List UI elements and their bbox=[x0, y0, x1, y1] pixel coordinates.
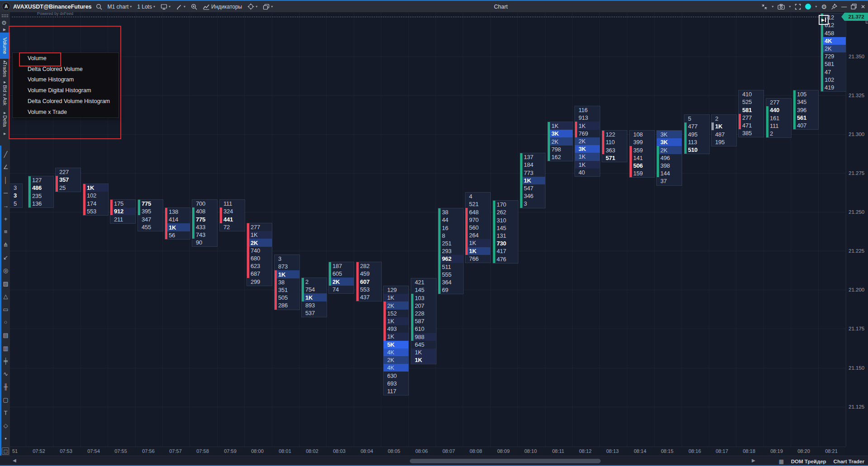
cluster-cell: 4K bbox=[384, 348, 408, 356]
cluster-cell: 729 bbox=[821, 52, 846, 60]
parallel-lines-icon[interactable]: ≡ bbox=[1, 226, 10, 237]
cluster-cell: 346 bbox=[520, 192, 545, 200]
menu-item-volume[interactable]: Volume bbox=[13, 53, 119, 64]
angle-icon[interactable]: ∠ bbox=[1, 162, 10, 173]
chevron-down-icon[interactable]: ▾ bbox=[789, 5, 791, 9]
volume-cluster: 1371847731K5473463 bbox=[520, 153, 545, 208]
scroll-right-arrow[interactable]: ▶ bbox=[752, 458, 755, 463]
axis-settings-box-icon[interactable] bbox=[2, 447, 9, 455]
cluster-cell: 282 bbox=[356, 262, 381, 270]
composite-profile-icon[interactable]: ╪ bbox=[1, 356, 10, 367]
display-settings-dropdown[interactable]: ▾ bbox=[159, 4, 172, 10]
gridline-vertical bbox=[354, 12, 354, 447]
panel-expand-arrow-icon[interactable]: ▶ bbox=[3, 28, 6, 32]
panel-settings-gear-icon[interactable]: ⚙ bbox=[1, 19, 7, 26]
pitchfork-icon[interactable]: ⋔ bbox=[1, 239, 10, 250]
menu-item-volume-histogram[interactable]: Volume Histogram bbox=[13, 75, 119, 85]
drawing-tools-dropdown[interactable]: ▾ bbox=[175, 4, 187, 10]
volume-cluster: 105345396561407 bbox=[793, 90, 818, 129]
triangle-icon[interactable]: △ bbox=[1, 291, 10, 302]
screenshot-button[interactable] bbox=[778, 4, 785, 10]
cluster-cell: 347 bbox=[138, 215, 163, 223]
cluster-cell: 680 bbox=[247, 254, 272, 262]
cluster-cell: 988 bbox=[411, 333, 436, 341]
cluster-cell: 111 bbox=[220, 200, 245, 207]
hatch-icon[interactable]: ▨ bbox=[1, 278, 10, 289]
fullscreen-button[interactable] bbox=[795, 4, 801, 10]
search-button[interactable] bbox=[95, 4, 104, 10]
scrollbar-thumb[interactable] bbox=[410, 459, 601, 463]
text-tool-icon[interactable]: T bbox=[1, 407, 10, 418]
volume-cluster: 2774401611112 bbox=[766, 99, 791, 137]
timeframe-dropdown[interactable]: M1 chart▾ bbox=[106, 4, 133, 10]
lots-dropdown[interactable]: 1 Lots▾ bbox=[136, 4, 157, 10]
profile-left-icon[interactable]: ▤ bbox=[1, 329, 10, 340]
horizontal-line-icon[interactable]: ─ bbox=[1, 188, 10, 198]
trend-line-icon[interactable]: ╱ bbox=[1, 149, 10, 160]
buy-volume-bar bbox=[438, 208, 441, 294]
price-label: 21.275 bbox=[849, 170, 864, 176]
menu-item-delta-colored-volume[interactable]: Delta Colored Volume bbox=[13, 64, 119, 75]
scroll-left-arrow[interactable]: ◀ bbox=[13, 458, 16, 463]
cluster-cell: 2 bbox=[302, 278, 327, 286]
crosshair-dropdown[interactable]: ▾ bbox=[246, 3, 259, 10]
minimize-button[interactable]: — bbox=[841, 4, 847, 10]
cluster-cell: 102 bbox=[83, 192, 108, 199]
menu-item-delta-colored-volume-histogram[interactable]: Delta Colored Volume Histogram bbox=[13, 96, 119, 107]
arrow-corner-icon[interactable]: ↙ bbox=[1, 252, 10, 263]
sell-volume-bar bbox=[739, 114, 741, 129]
close-button[interactable]: ✕ bbox=[861, 4, 865, 10]
time-axis[interactable]: 5107:5207:5307:5407:5507:5607:5707:5807:… bbox=[10, 447, 846, 456]
sidebar-tab-trades[interactable]: Trades bbox=[0, 60, 10, 80]
price-axis[interactable]: 21.35021.32521.30021.27521.25021.22521.2… bbox=[846, 12, 868, 447]
volume-cluster: 70040877543374390 bbox=[192, 200, 217, 246]
panels-grid-icon[interactable]: ▦ bbox=[778, 458, 783, 465]
go-to-realtime-button[interactable]: ▶ bbox=[819, 15, 829, 25]
sidebar-tab-bid-x-ask[interactable]: Bid x Ask bbox=[0, 80, 10, 110]
settings-button[interactable]: ⚙ bbox=[821, 3, 827, 10]
sidebar-tab-delta[interactable]: Delta bbox=[0, 111, 10, 131]
collapse-panel-button[interactable] bbox=[761, 4, 768, 10]
gridline-vertical bbox=[436, 12, 436, 447]
chevron-down-icon[interactable]: ▾ bbox=[772, 5, 773, 9]
indicators-button[interactable]: Индикаторы bbox=[201, 4, 243, 10]
chart-area[interactable]: Powered by dxFeed 3351274862351362273572… bbox=[10, 12, 846, 447]
sidebar-tab-volume[interactable]: Volume bbox=[0, 33, 10, 59]
rectangle-icon[interactable]: ▭ bbox=[1, 304, 10, 315]
chevron-down-icon: ▾ bbox=[130, 5, 132, 9]
drawing-toolbar: ╱∠│─→+≡⋔↙◎▨△▭○▤▥╪∿╫▢T◇•□ bbox=[0, 146, 10, 466]
gridline-vertical bbox=[791, 12, 791, 447]
ellipse-icon[interactable]: ○ bbox=[1, 317, 10, 328]
cluster-cell: 116 bbox=[575, 106, 600, 114]
chevron-down-icon[interactable]: ▾ bbox=[815, 5, 817, 9]
cluster-cell: 2K bbox=[548, 137, 573, 145]
zoom-in-button[interactable] bbox=[190, 4, 199, 10]
cluster-cell: 687 bbox=[247, 270, 272, 278]
cluster-cell: 16 bbox=[438, 224, 463, 231]
tab-chart-trader[interactable]: Chart Trader bbox=[834, 459, 864, 464]
cluster-cell: 1K bbox=[83, 184, 108, 192]
wave-icon[interactable]: ∿ bbox=[1, 368, 10, 379]
cross-icon[interactable]: + bbox=[1, 213, 10, 224]
buy-volume-bar bbox=[138, 200, 140, 215]
pin-button[interactable] bbox=[831, 4, 837, 10]
fib-circle-icon[interactable]: ◎ bbox=[1, 265, 10, 276]
menu-item-volume-x-trade[interactable]: Volume x Trade bbox=[13, 107, 119, 118]
layout-dropdown[interactable]: ▾ bbox=[261, 4, 274, 10]
cluster-cell: 40 bbox=[575, 169, 600, 176]
drag-grip-icon[interactable] bbox=[1, 14, 9, 18]
restore-button[interactable] bbox=[851, 4, 857, 9]
gridline-vertical bbox=[381, 12, 381, 447]
tab-dom-trader[interactable]: DOM Трейдер bbox=[791, 459, 826, 464]
menu-item-volume-digital-histogram[interactable]: Volume Digital Histogram bbox=[13, 85, 119, 96]
dotted-rect-icon[interactable]: ▢ bbox=[1, 394, 10, 405]
bars-pattern-icon[interactable]: ╫ bbox=[1, 381, 10, 392]
profile-right-icon[interactable]: ▥ bbox=[1, 343, 10, 353]
time-label: 07:57 bbox=[169, 448, 182, 454]
label-tag-icon[interactable]: ◇ bbox=[1, 420, 10, 431]
arrow-icon[interactable]: → bbox=[1, 200, 10, 211]
dot-icon[interactable]: • bbox=[1, 433, 10, 444]
price-label: 21.150 bbox=[849, 365, 864, 371]
gridline-horizontal bbox=[10, 173, 846, 174]
vertical-line-icon[interactable]: │ bbox=[1, 174, 10, 185]
